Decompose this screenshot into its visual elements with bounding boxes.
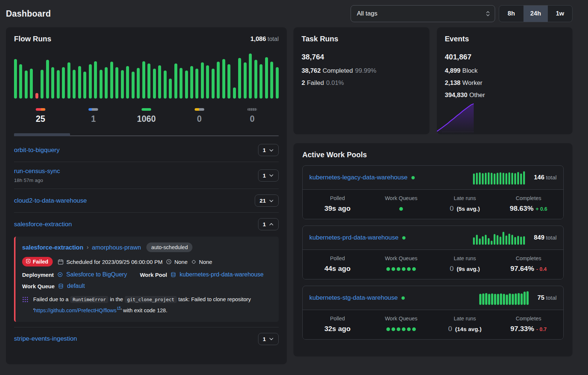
pool-bar xyxy=(497,173,499,185)
pool-bar xyxy=(491,173,493,185)
completes-delta: - 0.4 xyxy=(536,266,547,272)
state-count: 0 xyxy=(197,114,202,124)
flow-count-toggle[interactable]: 21 xyxy=(255,195,279,207)
flow-run-bar xyxy=(94,61,97,99)
worker-count: 2,138 xyxy=(445,79,461,86)
select-updown-icon xyxy=(486,10,490,17)
pool-bar xyxy=(503,294,505,305)
flow-run-bar xyxy=(249,54,252,99)
completed-pct: 99.99% xyxy=(355,67,376,74)
flow-run-count: 1 xyxy=(263,221,266,227)
breadcrumb-separator: › xyxy=(87,244,88,251)
state-count: 1060 xyxy=(137,114,156,124)
error-message-text: Failed due to a RuntimeError in the git_… xyxy=(33,295,272,315)
flow-run-bar xyxy=(132,72,135,99)
tags-filter-select[interactable]: All tags xyxy=(351,5,495,22)
flow-link[interactable]: salesforce-extraction xyxy=(14,221,72,228)
flow-run-bar xyxy=(73,70,76,99)
flow-run-count: 1 xyxy=(263,172,266,179)
flow-run-bar xyxy=(46,60,49,99)
flow-run-bar xyxy=(164,70,167,99)
scrollbar-thumb[interactable] xyxy=(14,133,70,136)
failed-state-label: Failed xyxy=(33,259,48,265)
state-pill xyxy=(88,108,98,111)
late-runs-avg: (14s avg.) xyxy=(453,326,481,332)
pool-late-runs-stat: Late runs0 (9s avg.) xyxy=(433,255,497,273)
flow-count-toggle[interactable]: 1 xyxy=(258,218,279,230)
time-range-8h[interactable]: 8h xyxy=(499,6,523,22)
work-pool-name-link[interactable]: kubernetes-stg-data-warehouse xyxy=(309,294,398,302)
flow-run-bar xyxy=(14,59,17,99)
work-pool-name-link[interactable]: kubernetes-prd-data-warehouse xyxy=(309,234,399,241)
pool-late-runs-stat: Late runs0 (5s avg.) xyxy=(433,195,497,213)
detail-flow-link[interactable]: salesforce-extraction xyxy=(22,244,83,251)
work-queue-label: Work Queue xyxy=(22,283,55,289)
work-pool-link[interactable]: kubernetes-prd-data-warehouse xyxy=(180,271,264,278)
worker-label: Worker xyxy=(462,79,482,86)
pool-bar xyxy=(485,173,487,185)
flow-link[interactable]: run-census-sync xyxy=(14,168,60,175)
flow-count-toggle[interactable]: 1 xyxy=(258,333,279,345)
work-pool-name-link[interactable]: kubernetes-legacy-data-warehouse xyxy=(309,174,408,181)
pool-bar-chart xyxy=(473,231,525,245)
work-pool-label: Work Pool xyxy=(140,272,167,278)
pool-bar xyxy=(476,173,478,185)
time-range-24h[interactable]: 24h xyxy=(523,6,548,22)
queue-dot xyxy=(402,267,406,271)
late-runs-count: 0 xyxy=(448,325,452,333)
tag-none: None xyxy=(191,259,212,265)
pool-bar xyxy=(482,293,484,305)
pool-bar xyxy=(505,173,508,185)
flow-run-bar xyxy=(35,93,38,99)
repository-link[interactable]: https://github.com/PrefectHQ/flows xyxy=(34,307,116,313)
time-range-1w[interactable]: 1w xyxy=(548,6,572,22)
completes-pct: 97.64% xyxy=(510,265,534,272)
pool-bar xyxy=(518,293,520,305)
pool-status-dot xyxy=(401,296,405,300)
work-queue-link[interactable]: default xyxy=(67,283,85,289)
pool-total: 849total xyxy=(534,234,557,241)
late-runs-avg: (9s avg.) xyxy=(455,266,480,272)
flow-run-bar xyxy=(227,64,230,99)
pool-completes-stat: Completes98.63%+ 0.6 xyxy=(497,195,560,213)
pool-bar xyxy=(494,173,496,185)
failed-count: 2 xyxy=(302,79,305,86)
state-pill xyxy=(195,108,204,111)
flow-run-bar xyxy=(121,70,124,99)
flow-run-bar xyxy=(57,70,60,99)
state-pill xyxy=(247,108,257,111)
pool-bar xyxy=(488,172,490,185)
deployment-link[interactable]: Salesforce to BigQuery xyxy=(66,271,127,278)
flow-count-toggle[interactable]: 1 xyxy=(258,169,279,182)
detail-run-link[interactable]: amorphous-prawn xyxy=(92,244,141,251)
work-pool-card: kubernetes-legacy-data-warehouse146total… xyxy=(302,165,564,219)
flow-link[interactable]: cloud2-to-data-warehouse xyxy=(14,197,87,204)
pool-status-dot xyxy=(402,236,406,240)
work-pools-card: Active Work Pools kubernetes-legacy-data… xyxy=(293,143,573,357)
pool-total: 75total xyxy=(537,294,557,302)
flow-run-bar xyxy=(238,58,241,99)
calendar-icon xyxy=(58,259,64,265)
flow-list-row: salesforce-extraction1 xyxy=(14,212,279,236)
flow-link[interactable]: orbit-to-bigquery xyxy=(14,147,60,154)
error-code-chip: git_clone_project xyxy=(125,296,177,303)
failed-label: Failed xyxy=(307,79,324,86)
flow-link[interactable]: stripe-events-ingestion xyxy=(14,335,77,342)
flow-count-toggle[interactable]: 1 xyxy=(258,144,279,156)
pool-completes-stat: Completes97.64%- 0.4 xyxy=(497,255,560,273)
pool-bar-chart xyxy=(473,171,525,185)
tag-icon xyxy=(191,259,196,265)
pool-bar xyxy=(482,236,484,245)
pool-bar xyxy=(485,235,487,245)
flow-run-bar xyxy=(100,70,102,99)
pool-bar xyxy=(511,235,514,245)
work-queue-dots xyxy=(399,206,403,213)
deployment-pin-icon xyxy=(57,272,63,278)
flow-run-bar xyxy=(217,62,220,99)
flow-state-stat: 0 xyxy=(173,108,226,124)
events-block-line: 4,899Block xyxy=(445,67,565,75)
task-runs-card: Task Runs 38,764 38,762Completed99.99% 2… xyxy=(293,27,429,134)
pool-bar xyxy=(509,293,511,305)
flow-runs-scrollbar[interactable] xyxy=(14,133,279,136)
pool-bar xyxy=(502,173,505,185)
